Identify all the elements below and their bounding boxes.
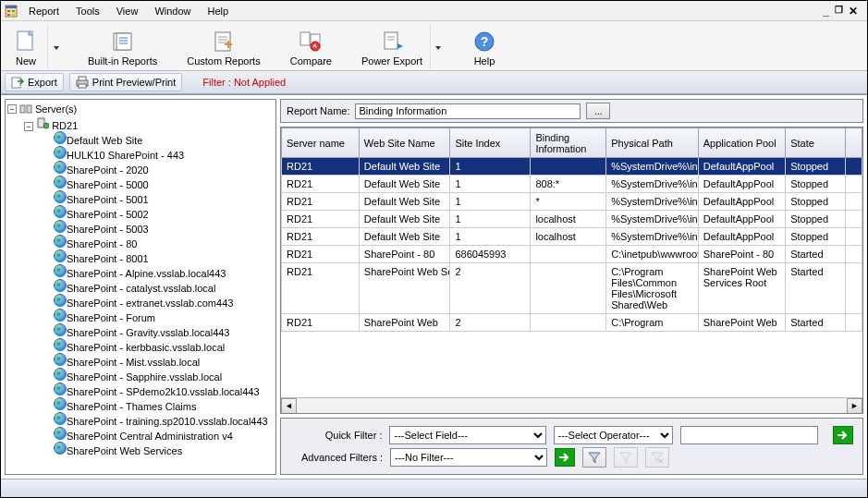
table-cell: 2 bbox=[450, 263, 531, 314]
report-name-input[interactable] bbox=[355, 103, 581, 119]
export-button[interactable]: Export bbox=[5, 73, 64, 91]
menu-help[interactable]: Help bbox=[201, 4, 237, 18]
tree-site-node[interactable]: SharePoint - 8001 bbox=[54, 249, 274, 264]
table-cell: Default Web Site bbox=[359, 176, 450, 193]
tree-site-node[interactable]: SharePoint - Forum bbox=[54, 309, 274, 323]
tree-site-node[interactable]: SharePoint - training.sp2010.vsslab.loca… bbox=[54, 412, 274, 427]
menu-view[interactable]: View bbox=[109, 4, 146, 18]
tree-site-node[interactable]: SharePoint - 5000 bbox=[54, 176, 274, 190]
menu-tools[interactable]: Tools bbox=[68, 4, 107, 18]
caret-down-icon bbox=[435, 41, 441, 52]
builtin-reports-button[interactable]: Built-in Reports bbox=[82, 28, 163, 68]
new-label: New bbox=[16, 55, 36, 67]
column-header[interactable]: Binding Information bbox=[531, 128, 606, 158]
table-cell: Stopped bbox=[786, 158, 846, 176]
column-header[interactable]: Physical Path bbox=[606, 128, 699, 158]
table-cell bbox=[531, 263, 606, 314]
custom-label: Custom Reports bbox=[187, 55, 260, 67]
power-export-button[interactable]: Power Export bbox=[356, 28, 428, 68]
new-dropdown[interactable] bbox=[47, 24, 64, 68]
table-cell: 1 bbox=[450, 228, 531, 246]
tree-site-node[interactable]: SharePoint - Alpine.vsslab.local443 bbox=[54, 264, 274, 279]
table-row[interactable]: RD21Default Web Site1%SystemDrive%\inetp… bbox=[282, 158, 862, 176]
tree-site-node[interactable]: SharePoint - 80 bbox=[54, 235, 274, 249]
tree-site-node[interactable]: SharePoint - 2020 bbox=[54, 161, 274, 176]
tree-site-node[interactable]: SharePoint - Sapphire.vsslab.local bbox=[54, 368, 274, 383]
tree-site-node[interactable]: Default Web Site bbox=[54, 131, 274, 146]
column-header[interactable]: Server name bbox=[282, 128, 360, 158]
quick-filter-field-select[interactable]: ---Select Field--- bbox=[389, 426, 545, 444]
tree-site-node[interactable]: SharePoint - 5003 bbox=[54, 220, 274, 235]
filter-apply-button[interactable] bbox=[582, 447, 606, 468]
globe-icon bbox=[54, 176, 67, 188]
tree-site-node[interactable]: SharePoint - 5001 bbox=[54, 190, 274, 205]
menu-window[interactable]: Window bbox=[147, 4, 198, 18]
column-header[interactable]: Site Index bbox=[450, 128, 531, 158]
tree-site-node[interactable]: SharePoint - catalyst.vsslab.local bbox=[54, 279, 274, 294]
minimize-button[interactable]: _ bbox=[823, 5, 829, 18]
export-label: Export bbox=[28, 77, 57, 88]
column-header[interactable]: Application Pool bbox=[698, 128, 785, 158]
tree-site-label: SharePoint - Forum bbox=[67, 312, 155, 323]
help-button[interactable]: ? Help bbox=[465, 28, 504, 68]
filter-remove-button[interactable] bbox=[645, 447, 669, 468]
row-spacer bbox=[846, 263, 862, 314]
table-cell: %SystemDrive%\inetpub\wwwroot bbox=[606, 193, 699, 211]
compare-button[interactable]: Compare bbox=[285, 28, 337, 68]
globe-icon bbox=[54, 146, 67, 159]
table-cell: Started bbox=[786, 314, 846, 332]
tree-server-node[interactable]: − RD21 bbox=[24, 116, 274, 131]
quick-filter-go-button[interactable] bbox=[833, 426, 853, 444]
horizontal-scrollbar[interactable]: ◄ ► bbox=[281, 397, 862, 413]
tree-root-node[interactable]: − Server(s) bbox=[7, 102, 274, 116]
new-button[interactable]: New bbox=[6, 28, 45, 68]
tree-site-node[interactable]: SharePoint Central Administration v4 bbox=[54, 427, 274, 442]
table-row[interactable]: RD21SharePoint - 80686045993C:\inetpub\w… bbox=[282, 246, 862, 263]
quick-filter-operator-select[interactable]: ---Select Operator--- bbox=[554, 426, 673, 444]
tree-site-node[interactable]: SharePoint - extranet.vsslab.com443 bbox=[54, 294, 274, 309]
tree-site-node[interactable]: SharePoint - Mist.vsslab.local bbox=[54, 353, 274, 368]
tree-site-label: SharePoint - 80 bbox=[67, 238, 137, 249]
tree-site-node[interactable]: SharePoint - Thames Claims bbox=[54, 397, 274, 412]
svg-rect-25 bbox=[12, 78, 20, 88]
table-cell: Stopped bbox=[786, 228, 846, 246]
collapse-icon[interactable]: − bbox=[7, 104, 17, 114]
tree-site-label: SharePoint - 8001 bbox=[67, 253, 149, 264]
restore-button[interactable]: ❐ bbox=[835, 5, 843, 18]
power-export-dropdown[interactable] bbox=[430, 24, 446, 68]
table-row[interactable]: RD21SharePoint Web2C:\ProgramSharePoint … bbox=[282, 314, 862, 332]
tree-site-node[interactable]: HULK10 SharePoint - 443 bbox=[54, 146, 274, 161]
scroll-track[interactable] bbox=[297, 398, 847, 414]
tree-site-node[interactable]: SharePoint Web Services bbox=[54, 442, 274, 456]
quick-filter-value-input[interactable] bbox=[680, 426, 818, 444]
close-button[interactable]: ✕ bbox=[849, 5, 858, 18]
custom-reports-button[interactable]: Custom Reports bbox=[181, 28, 265, 68]
results-grid[interactable]: Server nameWeb Site NameSite IndexBindin… bbox=[280, 127, 863, 414]
scroll-right-icon[interactable]: ► bbox=[847, 398, 862, 414]
table-row[interactable]: RD21Default Web Site1localhost%SystemDri… bbox=[282, 211, 862, 228]
filter-clear-button[interactable] bbox=[614, 447, 638, 468]
tree-site-label: SharePoint - training.sp2010.vsslab.loca… bbox=[67, 416, 268, 427]
menu-report[interactable]: Report bbox=[21, 4, 67, 18]
row-spacer bbox=[846, 211, 862, 228]
table-row[interactable]: RD21Default Web Site1808:*%SystemDrive%\… bbox=[282, 176, 862, 193]
advanced-filter-go-button[interactable] bbox=[555, 448, 575, 467]
export-icon bbox=[11, 76, 24, 89]
column-header[interactable]: Web Site Name bbox=[359, 128, 450, 158]
table-row[interactable]: RD21Default Web Site1localhost%SystemDri… bbox=[282, 228, 862, 246]
server-tree[interactable]: − Server(s) − RD21 Default Web SiteHULK1… bbox=[5, 99, 276, 475]
tree-site-node[interactable]: SharePoint - kerbbasic.vsslab.local bbox=[54, 338, 274, 353]
scroll-left-icon[interactable]: ◄ bbox=[281, 398, 297, 414]
table-row[interactable]: RD21SharePoint Web Services2C:\Program F… bbox=[282, 263, 862, 314]
print-preview-button[interactable]: Print Preview/Print bbox=[69, 73, 182, 91]
table-row[interactable]: RD21Default Web Site1*%SystemDrive%\inet… bbox=[282, 193, 862, 211]
report-name-browse-button[interactable]: ... bbox=[586, 103, 610, 119]
tree-site-node[interactable]: SharePoint - 5002 bbox=[54, 205, 274, 220]
table-cell: C:\Program bbox=[606, 314, 699, 332]
tree-site-node[interactable]: SharePoint - SPdemo2k10.vsslab.local443 bbox=[54, 383, 274, 397]
tree-site-node[interactable]: SharePoint - Gravity.vsslab.local443 bbox=[54, 323, 274, 338]
collapse-icon[interactable]: − bbox=[24, 122, 33, 131]
advanced-filter-select[interactable]: ---No Filter--- bbox=[390, 448, 547, 467]
column-header-spacer bbox=[846, 128, 862, 158]
column-header[interactable]: State bbox=[786, 128, 846, 158]
